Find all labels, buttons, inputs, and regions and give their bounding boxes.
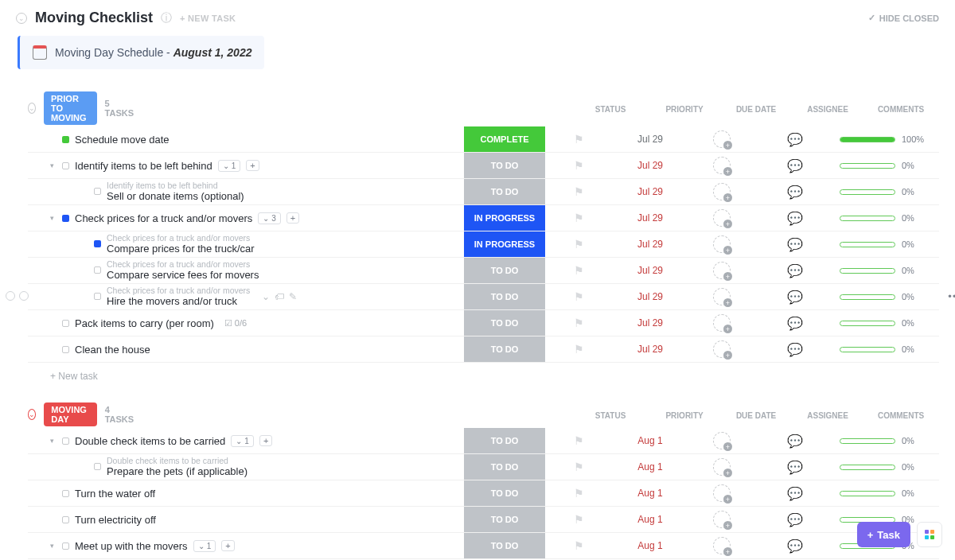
comment-icon[interactable]: 💬: [755, 132, 835, 147]
add-subtask-button[interactable]: +: [246, 160, 259, 171]
subtask-row[interactable]: Double check items to be carriedPrepare …: [28, 454, 939, 480]
status-cell[interactable]: TO DO: [464, 258, 545, 283]
due-date[interactable]: Jul 29: [612, 186, 688, 197]
expand-icon[interactable]: ▾: [50, 542, 57, 550]
assignee-button[interactable]: [688, 288, 755, 305]
progress-cell[interactable]: 100%: [835, 134, 930, 144]
subtask-row[interactable]: Identify items to be left behindSell or …: [28, 179, 939, 205]
assignee-button[interactable]: [688, 130, 755, 148]
status-cell[interactable]: TO DO: [464, 153, 545, 178]
progress-cell[interactable]: 0%: [835, 462, 930, 472]
progress-cell[interactable]: 0%: [835, 292, 930, 301]
priority-flag-icon[interactable]: ⚑: [545, 434, 612, 447]
status-cell[interactable]: TO DO: [464, 454, 545, 480]
task-row[interactable]: ▾Meet up with the movers ⌄ 1 + TO DO ⚑ A…: [28, 533, 939, 559]
comment-icon[interactable]: 💬: [755, 211, 835, 226]
due-date[interactable]: Jul 29: [612, 344, 688, 355]
progress-cell[interactable]: 0%: [835, 436, 930, 445]
comment-icon[interactable]: 💬: [755, 316, 835, 331]
subtask-row[interactable]: Check prices for a truck and/or moversHi…: [28, 284, 939, 310]
edit-icon[interactable]: ✎: [289, 291, 297, 302]
subtask-count-badge[interactable]: ⌄ 1: [193, 540, 216, 552]
new-task-fab[interactable]: + Task: [857, 522, 910, 547]
subtask-row[interactable]: Check prices for a truck and/or moversCo…: [28, 231, 939, 258]
status-cell[interactable]: TO DO: [464, 179, 545, 204]
assignee-button[interactable]: [688, 157, 755, 174]
comment-icon[interactable]: 💬: [755, 342, 835, 357]
comment-icon[interactable]: 💬: [755, 237, 835, 252]
progress-cell[interactable]: 0%: [835, 266, 930, 275]
assignee-button[interactable]: [688, 432, 755, 449]
task-row[interactable]: Schedule move date COMPLETE ⚑ Jul 29 💬 1…: [28, 126, 939, 153]
comment-icon[interactable]: 💬: [755, 460, 835, 475]
comment-icon[interactable]: 💬: [755, 539, 835, 554]
assignee-button[interactable]: [688, 511, 755, 528]
status-cell[interactable]: IN PROGRESS: [464, 205, 545, 231]
tag-icon[interactable]: 🏷: [275, 291, 284, 302]
priority-flag-icon[interactable]: ⚑: [545, 133, 612, 146]
comment-icon[interactable]: 💬: [755, 185, 835, 200]
add-subtask-button[interactable]: +: [259, 435, 272, 446]
status-cell[interactable]: TO DO: [464, 284, 545, 309]
progress-cell[interactable]: 0%: [835, 213, 930, 223]
assignee-button[interactable]: [688, 235, 755, 253]
priority-flag-icon[interactable]: ⚑: [545, 264, 612, 277]
progress-cell[interactable]: 0%: [835, 239, 930, 249]
priority-flag-icon[interactable]: ⚑: [545, 317, 612, 329]
due-date[interactable]: Aug 1: [612, 540, 688, 551]
due-date[interactable]: Jul 29: [612, 317, 688, 329]
due-date[interactable]: Aug 1: [612, 488, 688, 499]
status-cell[interactable]: TO DO: [464, 428, 545, 453]
new-task-header-button[interactable]: + NEW TASK: [180, 14, 236, 23]
task-row[interactable]: ▾Identify items to be left behind ⌄ 1 + …: [28, 153, 939, 179]
info-icon[interactable]: ⓘ: [161, 11, 172, 25]
priority-flag-icon[interactable]: ⚑: [545, 513, 612, 526]
progress-cell[interactable]: 0%: [835, 488, 930, 498]
assignee-button[interactable]: [688, 262, 755, 279]
comment-icon[interactable]: 💬: [755, 158, 835, 173]
progress-cell[interactable]: 0%: [835, 344, 930, 354]
assignee-button[interactable]: [688, 183, 755, 200]
priority-flag-icon[interactable]: ⚑: [545, 539, 612, 552]
priority-flag-icon[interactable]: ⚑: [545, 238, 612, 251]
apps-fab[interactable]: [917, 522, 942, 547]
task-row[interactable]: Turn the water off TO DO ⚑ Aug 1 💬 0%: [28, 480, 939, 507]
task-row[interactable]: ▾Check prices for a truck and/or movers …: [28, 205, 939, 231]
assignee-button[interactable]: [688, 484, 755, 502]
section-pill-prior[interactable]: PRIOR TO MOVING: [44, 91, 97, 125]
status-cell[interactable]: COMPLETE: [464, 126, 545, 152]
assignee-button[interactable]: [688, 209, 755, 227]
priority-flag-icon[interactable]: ⚑: [545, 461, 612, 473]
expand-icon[interactable]: ▾: [50, 214, 57, 222]
assignee-button[interactable]: [688, 314, 755, 332]
status-cell[interactable]: TO DO: [464, 507, 545, 532]
due-date[interactable]: Aug 1: [612, 461, 688, 472]
assignee-button[interactable]: [688, 340, 755, 358]
status-cell[interactable]: TO DO: [464, 480, 545, 506]
progress-cell[interactable]: 0%: [835, 161, 930, 170]
subtask-count-badge[interactable]: ⌄ 1: [231, 435, 254, 447]
assignee-button[interactable]: [688, 537, 755, 554]
status-cell[interactable]: TO DO: [464, 533, 545, 558]
status-cell[interactable]: IN PROGRESS: [464, 231, 545, 257]
subtask-row[interactable]: Check prices for a truck and/or moversCo…: [28, 258, 939, 284]
task-row[interactable]: Pack items to carry (per room) 0/6 TO DO…: [28, 310, 939, 336]
due-date[interactable]: Jul 29: [612, 212, 688, 224]
task-row[interactable]: Turn electricity off TO DO ⚑ Aug 1 💬 0%: [28, 507, 939, 533]
subtask-count-badge[interactable]: ⌄ 1: [218, 160, 241, 172]
comment-icon[interactable]: 💬: [755, 486, 835, 501]
priority-flag-icon[interactable]: ⚑: [545, 290, 612, 303]
row-drag-handle[interactable]: [6, 291, 29, 301]
due-date[interactable]: Jul 29: [612, 134, 688, 145]
subtask-count-badge[interactable]: ⌄ 3: [258, 212, 281, 224]
priority-flag-icon[interactable]: ⚑: [545, 185, 612, 198]
schedule-banner[interactable]: Moving Day Schedule - August 1, 2022: [18, 36, 264, 69]
expand-icon[interactable]: ▾: [50, 161, 57, 169]
status-cell[interactable]: TO DO: [464, 310, 545, 336]
due-date[interactable]: Jul 29: [612, 265, 688, 276]
progress-cell[interactable]: 0%: [835, 187, 930, 196]
task-row[interactable]: Clean the house TO DO ⚑ Jul 29 💬 0%: [28, 336, 939, 363]
subtasks-icon[interactable]: ⌄: [262, 291, 270, 302]
priority-flag-icon[interactable]: ⚑: [545, 487, 612, 500]
comment-icon[interactable]: 💬: [755, 512, 835, 527]
